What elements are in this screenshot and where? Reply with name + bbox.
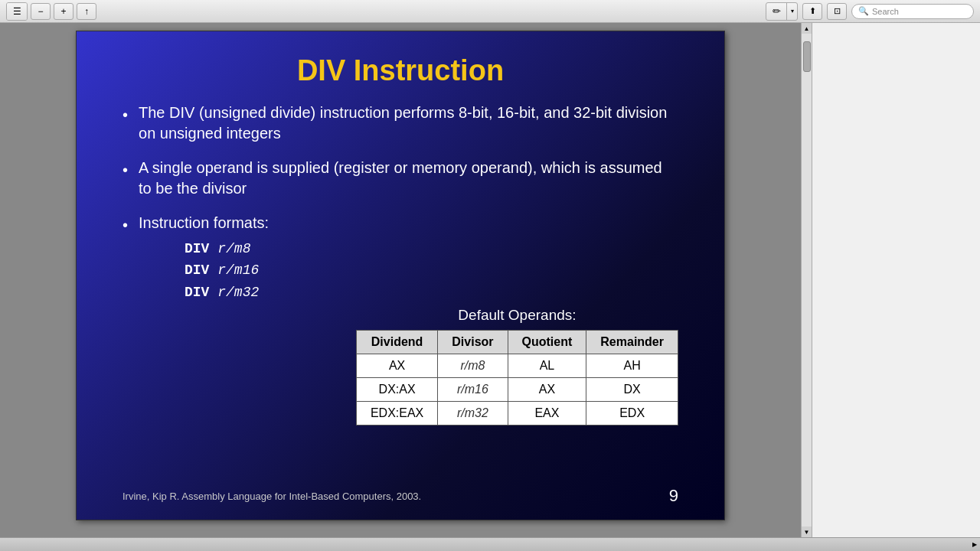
upload-btn[interactable]: ⬆ [802, 3, 822, 20]
code-line-3: DIV r/m32 [185, 283, 678, 302]
pen-icon[interactable]: ✏ [766, 3, 786, 20]
table-row-3: EDX:EAX r/m32 EAX EDX [356, 402, 678, 425]
main-area: DIV Instruction • The DIV (unsigned divi… [0, 23, 980, 537]
zoom-out-btn[interactable]: − [31, 3, 51, 20]
bottom-scroll-right[interactable]: ▶ [972, 541, 977, 548]
cell-1-divisor: r/m8 [438, 354, 508, 378]
pen-dropdown-arrow[interactable]: ▾ [786, 3, 797, 20]
slide-footer: Irvine, Kip R. Assembly Language for Int… [122, 486, 678, 506]
bullet-text-3: Instruction formats: DIV r/m8 DIV r/m16 … [139, 213, 678, 305]
cell-1-remainder: AH [586, 354, 678, 378]
code-line-2: DIV r/m16 [185, 261, 678, 279]
cell-3-quotient: EAX [508, 402, 586, 425]
pen-tool-btn[interactable]: ✏ ▾ [766, 2, 798, 21]
slide-viewer: DIV Instruction • The DIV (unsigned divi… [0, 23, 801, 537]
view-controls: ☰ [6, 2, 28, 21]
scroll-thumb[interactable] [803, 41, 811, 72]
viewer-scrollbar: ▲ ▼ [801, 23, 812, 537]
scroll-track [802, 34, 812, 527]
slide: DIV Instruction • The DIV (unsigned divi… [76, 31, 725, 520]
col-header-dividend: Dividend [356, 331, 437, 354]
cell-1-dividend: AX [356, 354, 437, 378]
code-operand-2: r/m16 [217, 262, 259, 278]
code-lines: DIV r/m8 DIV r/m16 DIV r/m32 [185, 240, 678, 302]
search-box[interactable]: 🔍 Search [851, 4, 974, 19]
bullet-dot-1: • [122, 105, 128, 144]
cell-2-dividend: DX:AX [356, 378, 437, 402]
bullet-dot-3: • [122, 215, 128, 305]
cell-3-dividend: EDX:EAX [356, 402, 437, 425]
bullet-text-1: The DIV (unsigned divide) instruction pe… [139, 103, 678, 144]
code-operand-1: r/m8 [217, 241, 250, 256]
toolbar-right: ✏ ▾ ⬆ ⊡ 🔍 Search [766, 2, 974, 21]
operands-table: Dividend Divisor Quotient Remainder AX r… [356, 330, 678, 425]
cell-1-quotient: AL [508, 354, 586, 378]
col-header-remainder: Remainder [586, 331, 678, 354]
slide-content: • The DIV (unsigned divide) instruction … [77, 103, 724, 305]
cell-3-remainder: EDX [586, 402, 678, 425]
table-row-2: DX:AX r/m16 AX DX [356, 378, 678, 402]
search-placeholder: Search [872, 7, 899, 16]
scroll-down-arrow[interactable]: ▼ [802, 527, 812, 537]
sidebar-toggle-btn[interactable]: ☰ [7, 3, 27, 20]
bullet-item-1: • The DIV (unsigned divide) instruction … [122, 103, 678, 144]
bullet-text-2: A single operand is supplied (register o… [139, 158, 678, 199]
cell-2-quotient: AX [508, 378, 586, 402]
cell-2-remainder: DX [586, 378, 678, 402]
toolbar: ☰ − + ↑ ✏ ▾ ⬆ ⊡ 🔍 Search [0, 0, 980, 23]
table-section: Default Operands: Dividend Divisor Quoti… [356, 307, 678, 425]
scroll-up-arrow[interactable]: ▲ [802, 23, 812, 34]
bullet-item-3: • Instruction formats: DIV r/m8 DIV r/m1… [122, 213, 678, 305]
screenshot-btn[interactable]: ⊡ [827, 3, 847, 20]
bullet-item-2: • A single operand is supplied (register… [122, 158, 678, 199]
table-title: Default Operands: [356, 307, 678, 324]
table-header-row: Dividend Divisor Quotient Remainder [356, 331, 678, 354]
search-icon: 🔍 [858, 6, 869, 16]
code-operand-3: r/m32 [217, 285, 259, 300]
cell-3-divisor: r/m32 [438, 402, 508, 425]
table-row-1: AX r/m8 AL AH [356, 354, 678, 378]
bullet-dot-2: • [122, 160, 128, 199]
col-header-quotient: Quotient [508, 331, 586, 354]
footer-citation: Irvine, Kip R. Assembly Language for Int… [122, 491, 421, 502]
zoom-in-btn[interactable]: + [54, 3, 74, 20]
bottom-bar: ▶ [0, 537, 980, 551]
slide-title: DIV Instruction [77, 31, 724, 103]
code-line-1: DIV r/m8 [185, 240, 678, 258]
cell-2-divisor: r/m16 [438, 378, 508, 402]
footer-page: 9 [669, 486, 678, 506]
col-header-divisor: Divisor [438, 331, 508, 354]
right-sidebar [812, 23, 980, 537]
share-btn[interactable]: ↑ [77, 3, 96, 20]
